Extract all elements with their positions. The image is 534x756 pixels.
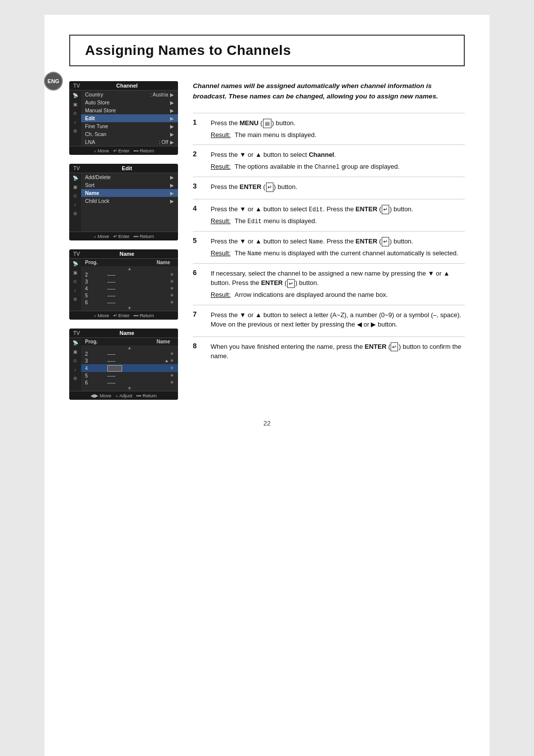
tv-screen-1: TV Channel 📡 ▣ ⊙ ♪ ⚙ Country <box>69 81 178 155</box>
left-panel: TV Channel 📡 ▣ ⊙ ♪ ⚙ Country <box>69 81 178 400</box>
icon-box3: ▣ <box>71 269 80 277</box>
icon-sound-4: ♪ <box>71 366 80 374</box>
enter-icon-5: ↵ <box>382 237 389 246</box>
icon-box1: ▣ <box>71 100 80 108</box>
step-8-number: 8 <box>193 342 203 350</box>
enter-icon-4: ↵ <box>382 205 389 214</box>
step-4: 4 Press the ▼ or ▲ button to select Edit… <box>193 199 465 231</box>
tv-screen-2-icons: 📡 ▣ ⊙ ♪ ⚙ <box>69 173 81 232</box>
tv-row-lna: LNA : Off ▶ <box>81 138 178 146</box>
step-2: 2 Press the ▼ or ▲ button to select Chan… <box>193 144 465 177</box>
icon-settings-4: ⚙ <box>71 375 80 382</box>
icon-settings-2: ⚙ <box>71 210 80 218</box>
icon-circle-3: ⊙ <box>71 278 80 285</box>
tv-screen-4-header: TV Name <box>69 329 178 338</box>
tv-screen-3-body: 📡 ▣ ⊙ ♪ ⚙ Prog. Name ▲ 2 <box>69 259 178 311</box>
step-7-number: 7 <box>193 310 203 318</box>
step-4-content: Press the ▼ or ▲ button to select Edit. … <box>211 204 465 226</box>
tv-screen-1-footer: ⬦ Move ↵ Enter ▪▪▪ Return <box>69 146 178 155</box>
tv-screen-2-body: 📡 ▣ ⊙ ♪ ⚙ Add/Delete ▶ Sort ▶ <box>69 173 178 232</box>
icon-antenna-3: 📡 <box>71 260 80 268</box>
tv-screen-2-header: TV Edit <box>69 164 178 173</box>
tv-row-childlock: Child Lock ▶ <box>81 197 178 205</box>
icon-settings: ⚙ <box>71 127 80 135</box>
icon-antenna: 📡 <box>71 92 80 99</box>
eng-badge: ENG <box>44 72 63 91</box>
tv-screen-1-icons: 📡 ▣ ⊙ ♪ ⚙ <box>69 91 81 146</box>
icon-box4: ▣ <box>71 348 80 356</box>
tv-screen-3-row-2: 2 ----- ✳ <box>81 271 178 278</box>
step-2-content: Press the ▼ or ▲ button to select Channe… <box>211 150 465 172</box>
tv-screen-3: TV Name 📡 ▣ ⊙ ♪ ⚙ Prog. Na <box>69 249 178 320</box>
step-7: 7 Press the ▼ or ▲ button to select a le… <box>193 305 465 336</box>
icon-circle: ⊙ <box>71 109 80 117</box>
tv-screen-4-label: TV <box>73 330 80 336</box>
tv-screen-4-body: 📡 ▣ ⊙ ♪ ⚙ Prog. Name ▲ 2 <box>69 338 178 391</box>
tv-screen-4-row-4: 4 ✳ <box>81 364 178 372</box>
step-6: 6 If necessary, select the channel to be… <box>193 263 465 305</box>
tv-screen-3-footer: ⬦ Move ↵ Enter ▪▪▪ Return <box>69 311 178 320</box>
step-5-number: 5 <box>193 236 203 244</box>
icon-sound-2: ♪ <box>71 201 80 209</box>
tv-screen-3-label: TV <box>73 251 80 257</box>
enter-icon-3: ↵ <box>266 183 273 192</box>
tv-row-manualstore: Manual Store ▶ <box>81 106 178 114</box>
tv-screen-3-icons: 📡 ▣ ⊙ ♪ ⚙ <box>69 259 81 311</box>
name-edit-box <box>107 365 122 372</box>
page-number: 22 <box>69 420 465 427</box>
tv-screen-4-row-6: 6 ----- ✳ <box>81 379 178 386</box>
tv-screen-2-title: Edit <box>122 165 132 171</box>
icon-sound: ♪ <box>71 118 80 126</box>
tv-screen-4-title: Name <box>120 330 134 336</box>
enter-icon-8: ↵ <box>391 342 398 352</box>
tv-screen-4-row-5: 5 ----- ✳ <box>81 372 178 379</box>
tv-row-adddelete: Add/Delete ▶ <box>81 173 178 181</box>
tv-screen-4-row-3: 3 ----- ▲ ✳ <box>81 357 178 364</box>
step-5-content: Press the ▼ or ▲ button to select Name. … <box>211 236 465 258</box>
tv-screen-2-footer: ⬦ Move ↵ Enter ▪▪▪ Return <box>69 232 178 240</box>
step-7-content: Press the ▼ or ▲ button to select a lett… <box>211 310 465 331</box>
tv-screen-2-label: TV <box>73 165 80 171</box>
icon-circle-4: ⊙ <box>71 357 80 365</box>
title-box: Assigning Names to Channels <box>69 35 465 66</box>
page-title: Assigning Names to Channels <box>85 43 449 58</box>
step-4-number: 4 <box>193 204 203 212</box>
step-3-content: Press the ENTER (↵) button. <box>211 182 465 194</box>
icon-box2: ▣ <box>71 183 80 191</box>
tv-row-country: Country : Austria ▶ <box>81 91 178 98</box>
icon-antenna-4: 📡 <box>71 339 80 347</box>
step-5: 5 Press the ▼ or ▲ button to select Name… <box>193 231 465 263</box>
tv-screen-3-row-4: 4 ----- ✳ <box>81 285 178 292</box>
step-3: 3 Press the ENTER (↵) button. <box>193 177 465 199</box>
page: ENG Assigning Names to Channels TV Chann… <box>44 15 490 756</box>
step-6-content: If necessary, select the channel to be a… <box>211 269 465 300</box>
steps-container: 1 Press the MENU (▤) button. Result: The… <box>193 113 465 368</box>
icon-sound-3: ♪ <box>71 286 80 294</box>
tv-screen-3-row-3: 3 ----- ✳ <box>81 278 178 285</box>
tv-screen-4-row-2: 2 ----- ✳ <box>81 350 178 357</box>
tv-row-edit: Edit ▶ <box>81 114 178 122</box>
step-1: 1 Press the MENU (▤) button. Result: The… <box>193 113 465 145</box>
step-1-number: 1 <box>193 118 203 126</box>
intro-text: Channel names will be assigned automatic… <box>193 81 465 102</box>
tv-screen-2-rows: Add/Delete ▶ Sort ▶ Name ▶ Child Lock <box>81 173 178 232</box>
step-8: 8 When you have finished entering the na… <box>193 336 465 368</box>
tv-screen-4-table-header: Prog. Name <box>81 338 178 345</box>
step-1-content: Press the MENU (▤) button. Result: The m… <box>211 118 465 140</box>
icon-circle-2: ⊙ <box>71 192 80 200</box>
tv-screen-2: TV Edit 📡 ▣ ⊙ ♪ ⚙ Add/Delete <box>69 164 178 240</box>
tv-screen-3-rows: Prog. Name ▲ 2 ----- ✳ 3 ----- ✳ <box>81 259 178 311</box>
content-area: TV Channel 📡 ▣ ⊙ ♪ ⚙ Country <box>69 81 465 400</box>
icon-settings-3: ⚙ <box>71 295 80 303</box>
enter-icon-6: ↵ <box>287 279 295 288</box>
tv-screen-4: TV Name 📡 ▣ ⊙ ♪ ⚙ Prog. Na <box>69 329 178 400</box>
tv-screen-1-label: TV <box>73 83 80 89</box>
tv-screen-1-body: 📡 ▣ ⊙ ♪ ⚙ Country : Austria ▶ Auto <box>69 91 178 146</box>
tv-screen-1-header: TV Channel <box>69 81 178 91</box>
icon-antenna-2: 📡 <box>71 174 80 182</box>
tv-screen-3-title: Name <box>120 251 134 257</box>
menu-icon: ▤ <box>263 119 271 128</box>
step-3-number: 3 <box>193 182 203 190</box>
step-2-number: 2 <box>193 150 203 158</box>
right-panel: Channel names will be assigned automatic… <box>193 81 465 400</box>
